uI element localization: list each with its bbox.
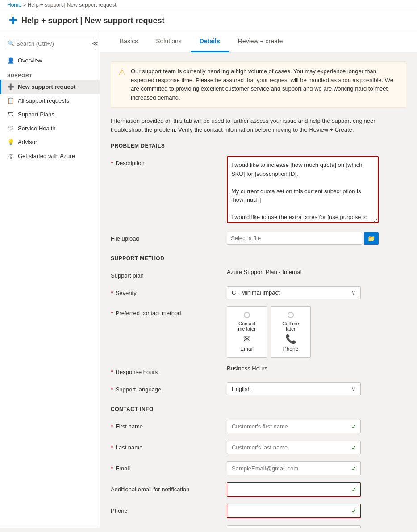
tab-navigation: Basics Solutions Details Review + create	[100, 31, 417, 52]
phone-input-group: ✓	[227, 504, 361, 518]
search-input[interactable]	[16, 40, 91, 47]
sidebar-item-new-support[interactable]: ➕ New support request	[0, 80, 100, 94]
phone-icon: 📞	[278, 333, 303, 344]
country-row: * Country/region Choose a country ∨	[111, 525, 406, 528]
file-upload-input[interactable]	[227, 232, 362, 245]
sidebar-all-requests-label: All support requests	[18, 97, 69, 104]
first-name-check-icon: ✓	[348, 423, 360, 430]
description-row: * Description I woud like to increase [h…	[111, 156, 406, 224]
required-star: *	[111, 160, 113, 166]
contact-method-control: Contact me later ✉ Email Call me later 📞…	[227, 306, 361, 358]
additional-email-check-icon: ✓	[348, 486, 360, 493]
severity-label: * Severity	[111, 286, 218, 296]
support-plan-row: Support plan Azure Support Plan - Intern…	[111, 269, 406, 279]
first-name-row: * First name ✓	[111, 420, 406, 433]
sidebar-new-support-label: New support request	[18, 83, 75, 90]
contact-phone-card[interactable]: Call me later 📞 Phone	[271, 306, 311, 358]
sidebar-support-section: Support	[0, 67, 100, 80]
phone-input[interactable]	[227, 504, 348, 517]
additional-email-label: Additional email for notification	[111, 482, 218, 493]
sidebar-get-started-label: Get started with Azure	[18, 153, 75, 159]
sidebar-item-overview[interactable]: 👤 Overview	[0, 54, 100, 67]
last-name-input[interactable]	[227, 441, 348, 454]
description-textarea[interactable]: I woud like to increase [how much quota]…	[227, 156, 379, 223]
problem-details-header: PROBLEM DETAILS	[111, 143, 406, 149]
phone-label: Phone	[111, 504, 218, 514]
sidebar-item-advisor[interactable]: 💡 Advisor	[0, 135, 100, 149]
email-input-group: ✓	[227, 461, 361, 475]
preferred-contact-label: * Preferred contact method	[111, 306, 218, 316]
sidebar-item-get-started[interactable]: ◎ Get started with Azure	[0, 149, 100, 163]
first-name-control: ✓	[227, 420, 361, 433]
description-control: I woud like to increase [how much quota]…	[227, 156, 379, 224]
alert-banner: ⚠ Our support team is currently handling…	[111, 61, 406, 108]
tab-review-create[interactable]: Review + create	[229, 31, 292, 52]
content-area: ⚠ Our support team is currently handling…	[100, 52, 417, 528]
sidebar-item-all-requests[interactable]: 📋 All support requests	[0, 94, 100, 108]
contact-me-later-label: Contact me later	[234, 321, 259, 332]
sidebar: 🔍 ≪ 👤 Overview Support ➕ New support req…	[0, 31, 100, 528]
email-label: * Email	[111, 461, 218, 472]
overview-icon: 👤	[7, 57, 14, 64]
email-check-icon: ✓	[348, 465, 360, 472]
sidebar-item-support-plans[interactable]: 🛡 Support Plans	[0, 108, 100, 121]
support-method-header: SUPPORT METHOD	[111, 255, 406, 262]
support-plan-value: Azure Support Plan - Internal	[227, 269, 361, 275]
last-name-control: ✓	[227, 441, 361, 454]
support-plan-label: Support plan	[111, 269, 218, 279]
sidebar-overview-label: Overview	[18, 57, 42, 64]
breadcrumb-separator: >	[23, 2, 27, 8]
additional-email-row: Additional email for notification ✓	[111, 482, 406, 497]
collapse-icon[interactable]: ≪	[91, 39, 100, 48]
phone-control: ✓	[227, 504, 361, 518]
breadcrumb: Home > Help + support | New support requ…	[0, 0, 417, 10]
email-row: * Email ✓	[111, 461, 406, 475]
first-name-input[interactable]	[227, 420, 348, 433]
contact-info-header: CONTACT INFO	[111, 406, 406, 412]
file-upload-row: File upload 📁	[111, 232, 406, 245]
phone-check-icon: ✓	[348, 507, 360, 515]
last-name-check-icon: ✓	[348, 444, 360, 451]
additional-email-input[interactable]	[227, 483, 348, 496]
support-language-row: * Support language English ∨	[111, 382, 406, 395]
sidebar-item-service-health[interactable]: ♡ Service Health	[0, 121, 100, 135]
email-input[interactable]	[227, 462, 348, 475]
page-title: Help + support | New support request	[21, 16, 165, 25]
tab-basics[interactable]: Basics	[111, 31, 147, 52]
get-started-icon: ◎	[7, 153, 14, 159]
email-method-label: Email	[234, 346, 259, 352]
severity-dropdown[interactable]: C - Minimal impact ∨	[227, 286, 361, 299]
email-icon: ✉	[234, 333, 259, 344]
phone-radio[interactable]	[288, 312, 294, 318]
last-name-row: * Last name ✓	[111, 441, 406, 454]
last-name-input-group: ✓	[227, 441, 361, 454]
tab-details[interactable]: Details	[191, 31, 229, 52]
response-hours-row: * Response hours Business Hours	[111, 365, 406, 375]
first-name-input-group: ✓	[227, 420, 361, 433]
support-plans-icon: 🛡	[7, 111, 14, 118]
alert-text: Our support team is currently handling a…	[131, 67, 399, 102]
page-header: ✚ Help + support | New support request	[0, 10, 417, 31]
country-dropdown[interactable]: Choose a country ∨	[227, 525, 361, 528]
all-requests-icon: 📋	[7, 97, 14, 104]
info-text: Information provided on this tab will be…	[111, 116, 406, 134]
support-language-dropdown[interactable]: English ∨	[227, 382, 361, 395]
tab-solutions[interactable]: Solutions	[147, 31, 191, 52]
file-upload-button[interactable]: 📁	[364, 232, 379, 245]
support-language-label: * Support language	[111, 382, 218, 393]
contact-method-group: Contact me later ✉ Email Call me later 📞…	[227, 306, 361, 358]
breadcrumb-home[interactable]: Home	[7, 2, 21, 8]
contact-email-card[interactable]: Contact me later ✉ Email	[227, 306, 267, 358]
description-label: * Description	[111, 156, 218, 166]
main-layout: 🔍 ≪ 👤 Overview Support ➕ New support req…	[0, 31, 417, 528]
contact-method-row: * Preferred contact method Contact me la…	[111, 306, 406, 358]
phone-row: Phone ✓	[111, 504, 406, 518]
file-upload-group: 📁	[227, 232, 379, 245]
warning-icon: ⚠	[118, 67, 125, 102]
new-support-icon: ➕	[7, 83, 14, 90]
search-bar[interactable]: 🔍 ≪	[4, 37, 96, 50]
support-language-control: English ∨	[227, 382, 361, 395]
sidebar-support-plans-label: Support Plans	[18, 111, 54, 118]
additional-email-control: ✓	[227, 482, 361, 497]
email-radio[interactable]	[244, 312, 250, 318]
